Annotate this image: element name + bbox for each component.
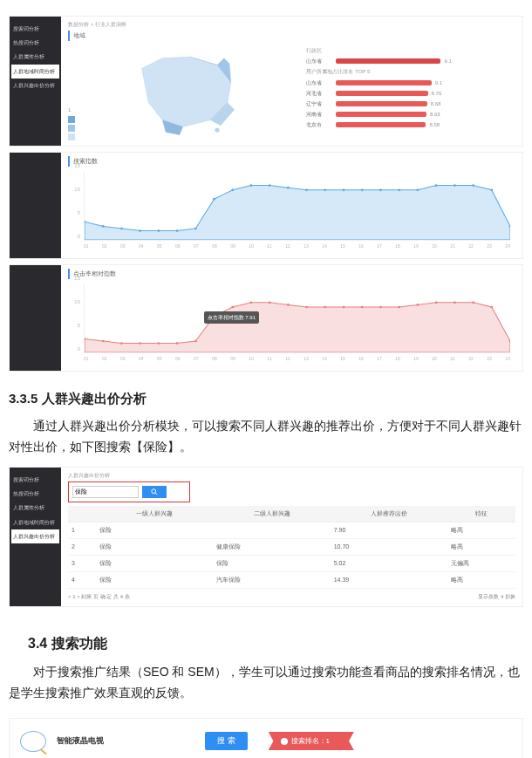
table-header: 特征 [447,506,515,522]
sidebar-item[interactable]: 人群兴趣出价分析 [11,79,59,92]
svg-point-39 [343,305,345,308]
paragraph-34: 对于搜索推广结果（SEO 和 SEM），学生可以通过搜索功能查看商品的搜索排名情… [9,662,523,704]
bar-value: 8.58 [429,120,440,129]
search-icon [151,488,158,495]
svg-point-3 [120,228,123,230]
bar-label: 山东省 [306,79,336,87]
sidebar-item[interactable]: 人群属性分析 [11,501,59,515]
bar-value: 8.76 [432,89,442,98]
bar-fill [336,122,426,127]
svg-point-22 [472,184,474,187]
bid-table-panel: 搜索词分析热搜词分析人群属性分析人群地域时间分析人群兴趣出价分析 人群兴趣出价分… [9,467,523,607]
svg-point-38 [324,305,326,308]
breadcrumb: 人群兴趣出价分析 [68,471,515,480]
table-row: 2保险健康保险10.70略高 [68,538,515,555]
svg-point-10 [250,184,253,187]
bar-label: 北京市 [306,120,336,129]
globe-search-icon [20,731,46,752]
search-keyword: 智能液晶电视 [57,734,104,748]
line-chart-blue-panel: 搜索指数 051015 0102030405060708091011121314… [9,152,523,259]
chart-title: 搜索指数 [68,156,515,167]
heading-335: 3.3.5 人群兴趣出价分析 [9,387,523,410]
svg-point-44 [435,301,438,304]
svg-point-21 [454,184,456,187]
svg-line-50 [155,493,157,495]
svg-point-37 [305,305,308,308]
interest-search-button[interactable] [142,486,167,498]
sidebar-item[interactable]: 搜索词分析 [11,473,59,487]
sidebar-item[interactable]: 搜索词分析 [11,22,59,36]
table-pager[interactable]: < 1 > 到第 页 确 定 共 4 条 显示条数 4 切换 [68,592,515,601]
svg-point-4 [139,229,141,232]
table-header: 人群推荐出价 [331,506,447,522]
paragraph-335: 通过人群兴趣出价分析模块，可以搜索不同人群兴趣的推荐出价，方便对于不同人群兴趣针… [9,416,523,458]
svg-point-30 [176,342,179,345]
sidebar-item[interactable]: 人群地域时间分析 [11,516,59,529]
svg-point-49 [152,489,156,494]
svg-point-34 [250,301,253,304]
svg-point-29 [157,342,160,345]
svg-point-28 [139,342,141,345]
sidebar-item[interactable]: 热搜词分析 [11,487,59,501]
svg-point-27 [120,342,123,345]
svg-point-42 [398,305,400,308]
line-chart-blue: 051015 010203040506070809101112131415161… [70,170,514,253]
region-bar-row: 山东省9.1 [306,79,515,87]
heading-34: 3.4 搜索功能 [28,632,523,655]
table-row: 4保险汽车保险14.39略高 [68,571,515,588]
rank-badge: 搜索排名：1 [269,732,354,751]
sidebar-item[interactable]: 人群兴趣出价分析 [11,529,59,543]
bar-fill [336,58,440,64]
svg-point-16 [361,188,364,191]
region-bar-row: 北京市8.58 [306,120,515,129]
svg-point-15 [343,188,345,191]
line-chart-red-panel: 点击率相对指数 051015 点击率相对指数 7.91 010203040506… [9,264,523,372]
svg-point-6 [176,229,179,232]
region-rank-bars: 行政区 山东省 9.1 用户所属地占比排名 TOP 5 山东省9.1河北省8.7… [306,44,515,140]
svg-point-5 [157,229,160,232]
bar-value: 8.63 [430,110,440,119]
bar-fill [336,112,426,117]
chart-title: 点击率相对指数 [68,269,515,279]
svg-point-20 [435,184,438,187]
svg-point-31 [194,339,197,342]
svg-point-7 [194,228,197,230]
svg-point-17 [379,188,382,191]
table-header: 二级人群兴趣 [213,506,330,522]
search-button[interactable]: 搜 索 [205,732,248,750]
svg-point-43 [416,304,419,306]
bar-label: 辽宁省 [306,99,336,108]
svg-point-0 [215,128,220,133]
region-bar-row: 辽宁省8.68 [306,99,515,108]
line-chart-red: 051015 点击率相对指数 7.91 01020304050607080910… [70,283,514,365]
sidebar: 搜索词分析热搜词分析人群属性分析人群地域时间分析人群兴趣出价分析 [10,17,61,146]
interest-search-input[interactable] [72,486,139,498]
bar-label: 山东省 [306,57,336,65]
svg-point-14 [324,188,326,191]
trophy-icon [281,738,288,745]
table-header [68,506,96,522]
sidebar-item[interactable]: 热搜词分析 [11,36,59,50]
section-label-region: 地域 [68,31,515,41]
svg-point-12 [287,187,290,189]
bar-fill [336,101,426,106]
bar-value: 8.68 [431,99,441,108]
map-legend: 1 [68,106,77,140]
bar-value: 9.1 [435,79,442,87]
search-highlight-box [68,481,190,502]
region-bar-row: 河北省8.76 [306,89,515,98]
bar-fill [336,91,427,96]
svg-point-11 [269,184,271,187]
chart-tooltip: 点击率相对指数 7.91 [204,311,259,324]
table-row: 1保险7.90略高 [68,522,515,539]
svg-point-23 [490,188,493,191]
svg-point-35 [269,301,271,304]
sidebar-item[interactable]: 人群属性分析 [11,50,59,64]
search-bar-screenshot: 智能液晶电视 搜 索 搜索排名：1 [9,718,523,758]
sidebar-item[interactable]: 人群地域时间分析 [11,65,59,79]
bar-label: 河南省 [306,110,336,119]
svg-point-9 [231,188,234,191]
svg-point-18 [398,188,400,191]
china-map: 1 [68,44,297,140]
table-header: 一级人群兴趣 [96,506,213,522]
